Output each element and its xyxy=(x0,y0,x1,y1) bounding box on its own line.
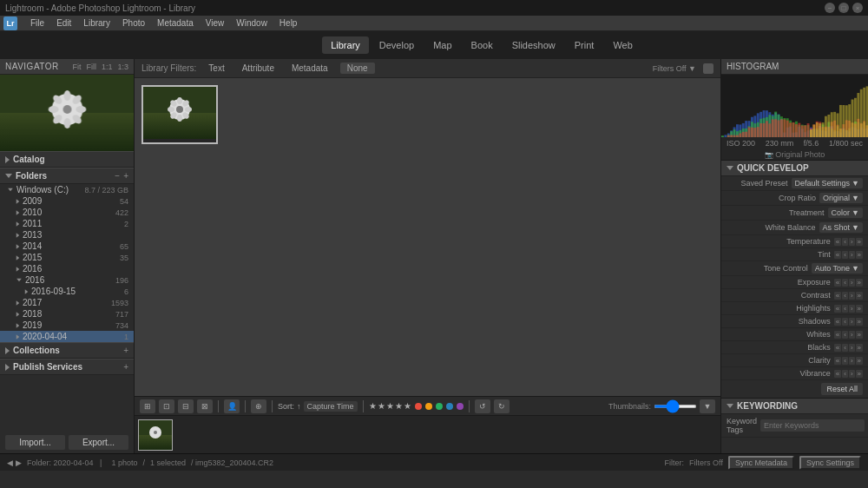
qd-vib-uu[interactable]: » xyxy=(856,370,863,378)
close-button[interactable]: × xyxy=(852,3,863,13)
sync-metadata-button[interactable]: Sync Metadata xyxy=(728,456,794,470)
menu-file[interactable]: File xyxy=(28,18,47,28)
qd-cont-dd[interactable]: « xyxy=(834,292,841,300)
qd-exp-u[interactable]: › xyxy=(849,279,855,287)
tab-web[interactable]: Web xyxy=(604,36,641,54)
tab-map[interactable]: Map xyxy=(424,36,460,54)
qd-cont-u[interactable]: › xyxy=(849,292,855,300)
menu-view[interactable]: View xyxy=(203,18,227,28)
folder-2017[interactable]: 2017 1593 xyxy=(0,297,134,308)
menu-window[interactable]: Window xyxy=(233,18,270,28)
folder-2016b[interactable]: 2016 196 xyxy=(0,274,134,286)
publish-services-plus[interactable]: + xyxy=(123,362,128,372)
catalog-header[interactable]: Catalog xyxy=(0,151,134,168)
restore-button[interactable]: □ xyxy=(838,3,849,13)
qd-shad-dd[interactable]: « xyxy=(834,318,841,326)
qd-clar-uu[interactable]: » xyxy=(856,357,863,365)
keywording-header[interactable]: Keywording xyxy=(721,399,868,414)
people-view-btn[interactable]: 👤 xyxy=(224,399,240,413)
qd-cont-uu[interactable]: » xyxy=(856,292,863,300)
spray-btn[interactable]: ⊕ xyxy=(251,399,266,413)
qd-tint-uu[interactable]: » xyxy=(856,251,863,259)
histogram-header[interactable]: Histogram xyxy=(721,59,868,75)
right-panel-toggle-icon[interactable]: ▶ xyxy=(16,458,22,467)
minimize-button[interactable]: − xyxy=(825,3,835,13)
qd-vib-d[interactable]: ‹ xyxy=(842,370,848,378)
folder-2019[interactable]: 2019 734 xyxy=(0,320,134,331)
qd-blk-dd[interactable]: « xyxy=(834,344,841,352)
qd-wh-dd[interactable]: « xyxy=(834,331,841,339)
folder-windows-c[interactable]: Windows (C:) 8.7 / 223 GB xyxy=(0,184,134,195)
navigator-fit[interactable]: Fit xyxy=(72,63,81,71)
tab-print[interactable]: Print xyxy=(566,36,603,54)
folder-2010[interactable]: 2010 422 xyxy=(0,207,134,218)
compare-view-btn[interactable]: ⊟ xyxy=(178,399,194,413)
folder-2009[interactable]: 2009 54 xyxy=(0,195,134,207)
folder-2020-04-04[interactable]: 2020-04-04 1 xyxy=(0,331,134,342)
collections-header[interactable]: Collections + xyxy=(0,342,134,359)
folders-plus[interactable]: + xyxy=(123,171,128,181)
qd-temp-u[interactable]: › xyxy=(849,238,855,246)
qd-tone-control-value[interactable]: Auto Tone ▼ xyxy=(812,263,863,274)
folder-2014[interactable]: 2014 65 xyxy=(0,241,134,252)
collections-plus[interactable]: + xyxy=(123,346,128,355)
star-1[interactable]: ★ xyxy=(369,401,377,411)
publish-services-header[interactable]: Publish Services + xyxy=(0,359,134,375)
qd-clar-dd[interactable]: « xyxy=(834,357,841,365)
navigator-fill[interactable]: Fill xyxy=(86,63,96,71)
folder-2016-09-15[interactable]: 2016-09-15 6 xyxy=(0,286,134,297)
export-button[interactable]: Export... xyxy=(69,435,128,450)
qd-treatment-value[interactable]: Color ▼ xyxy=(828,208,863,218)
qd-blk-d[interactable]: ‹ xyxy=(842,344,848,352)
filter-metadata[interactable]: Metadata xyxy=(286,63,333,74)
qd-wh-u[interactable]: › xyxy=(849,331,855,339)
rotate-ccw-btn[interactable]: ↺ xyxy=(475,399,490,413)
menu-metadata[interactable]: Metadata xyxy=(155,18,196,28)
sort-value[interactable]: Capture Time xyxy=(304,401,358,412)
menu-edit[interactable]: Edit xyxy=(54,18,74,28)
folder-2011[interactable]: 2011 2 xyxy=(0,218,134,229)
qd-exp-d[interactable]: ‹ xyxy=(842,279,848,287)
qd-shad-u[interactable]: › xyxy=(849,318,855,326)
folder-2015[interactable]: 2015 35 xyxy=(0,252,134,263)
thumbnail-cell-1[interactable] xyxy=(141,85,218,144)
qd-vib-dd[interactable]: « xyxy=(834,370,841,378)
reset-all-button[interactable]: Reset All xyxy=(821,383,863,395)
qd-tint-dd[interactable]: « xyxy=(834,251,841,259)
sync-settings-button[interactable]: Sync Settings xyxy=(799,456,861,470)
qd-cont-d[interactable]: ‹ xyxy=(842,292,848,300)
navigator-header[interactable]: Navigator Fit Fill 1:1 1:3 xyxy=(0,59,134,75)
star-5[interactable]: ★ xyxy=(404,401,411,411)
tab-library[interactable]: Library xyxy=(322,36,369,54)
filter-toggle[interactable] xyxy=(703,63,713,74)
survey-view-btn[interactable]: ⊠ xyxy=(197,399,213,413)
color-yellow[interactable] xyxy=(425,403,432,410)
qd-high-uu[interactable]: » xyxy=(856,305,863,313)
qd-saved-preset-value[interactable]: Default Settings ▼ xyxy=(792,178,863,188)
qd-shad-uu[interactable]: » xyxy=(856,318,863,326)
qd-blk-u[interactable]: › xyxy=(849,344,855,352)
qd-high-u[interactable]: › xyxy=(849,305,855,313)
color-green[interactable] xyxy=(436,403,443,410)
qd-clar-d[interactable]: ‹ xyxy=(842,357,848,365)
menu-help[interactable]: Help xyxy=(277,18,300,28)
star-4[interactable]: ★ xyxy=(395,401,403,411)
qd-temp-uu[interactable]: » xyxy=(856,238,863,246)
qd-wh-uu[interactable]: » xyxy=(856,331,863,339)
star-2[interactable]: ★ xyxy=(378,401,385,411)
filter-attribute[interactable]: Attribute xyxy=(237,63,279,74)
folder-2013[interactable]: 2013 xyxy=(0,229,134,241)
filter-none[interactable]: None xyxy=(340,63,375,74)
qd-vib-u[interactable]: › xyxy=(849,370,855,378)
qd-temp-dd[interactable]: « xyxy=(834,238,841,246)
qd-high-d[interactable]: ‹ xyxy=(842,305,848,313)
keyword-tags-input[interactable] xyxy=(760,419,865,432)
star-3[interactable]: ★ xyxy=(386,401,394,411)
thumbnail-size-slider[interactable] xyxy=(654,405,697,408)
qd-tint-u[interactable]: › xyxy=(849,251,855,259)
toggle-panel-btn[interactable]: ▼ xyxy=(700,399,715,413)
qd-clar-u[interactable]: › xyxy=(849,357,855,365)
qd-exp-dd[interactable]: « xyxy=(834,279,841,287)
qd-tint-d[interactable]: ‹ xyxy=(842,251,848,259)
quick-develop-header[interactable]: Quick Develop xyxy=(721,161,868,176)
